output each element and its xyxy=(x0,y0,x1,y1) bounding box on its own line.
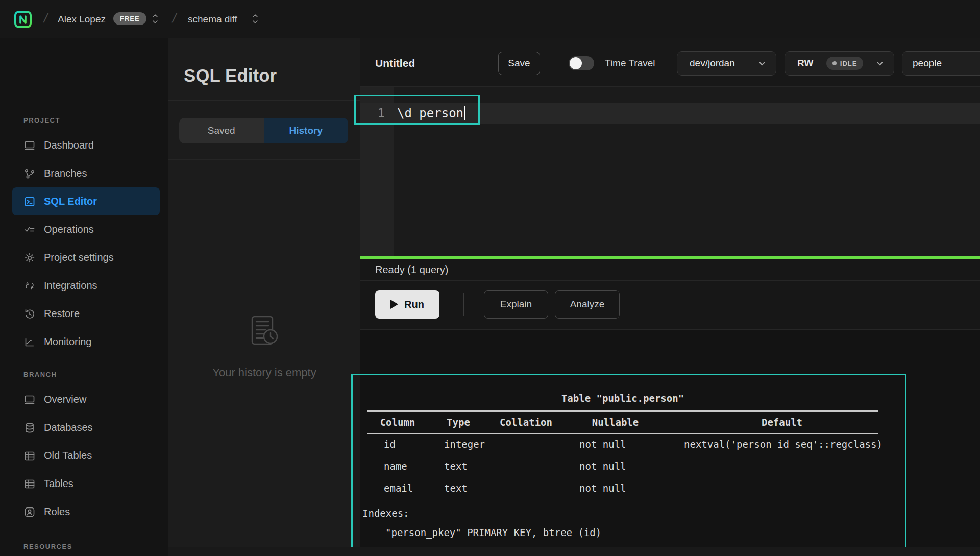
sidebar-item-project-settings[interactable]: Project settings xyxy=(0,244,168,272)
results-panel: Table "public.person" Column Type Collat… xyxy=(360,330,980,547)
cell: id xyxy=(368,433,428,455)
sidebar-item-overview[interactable]: Overview xyxy=(0,385,168,414)
breadcrumb-separator: / xyxy=(171,10,178,26)
sidebar-item-label: Databases xyxy=(44,422,93,433)
indexes-label: Indexes: xyxy=(362,507,409,519)
save-button[interactable]: Save xyxy=(498,52,540,75)
operations-icon xyxy=(23,224,36,236)
integrations-icon xyxy=(23,280,36,292)
code-editor-line[interactable]: 1 \d person xyxy=(360,103,980,124)
col-header: Collation xyxy=(489,412,563,433)
sidebar-item-operations[interactable]: Operations xyxy=(0,215,168,244)
results-table-title: Table "public.person" xyxy=(368,393,878,404)
database-select[interactable]: people xyxy=(902,51,980,76)
top-bar: / Alex Lopez FREE / schema diff xyxy=(0,0,980,38)
table-row: id integer not null nextval('person_id_s… xyxy=(368,433,896,455)
col-header: Nullable xyxy=(563,412,668,433)
sidebar-item-label: SQL Editor xyxy=(44,196,97,207)
gear-icon xyxy=(23,252,36,264)
time-travel-label: Time Travel xyxy=(605,58,655,69)
plan-badge: FREE xyxy=(113,12,146,25)
sql-editor-icon xyxy=(23,196,36,208)
sidebar: PROJECT Dashboard Branches SQL Editor Op… xyxy=(0,38,168,556)
history-empty-text: Your history is empty xyxy=(212,366,316,379)
bottom-strip xyxy=(168,547,980,556)
neon-logo-icon[interactable] xyxy=(14,10,32,31)
results-header-row: Column Type Collation Nullable Default xyxy=(368,412,896,433)
project-switcher-icon[interactable] xyxy=(251,12,259,28)
query-status-text: Ready (1 query) xyxy=(375,264,448,276)
sidebar-item-sql-editor[interactable]: SQL Editor xyxy=(12,187,160,215)
cell: not null xyxy=(563,433,668,455)
toggle-knob xyxy=(570,57,582,69)
branches-icon xyxy=(23,167,36,180)
sidebar-section-project: PROJECT xyxy=(0,114,168,126)
analyze-button[interactable]: Analyze xyxy=(555,290,620,319)
sidebar-item-label: Integrations xyxy=(44,280,97,292)
sidebar-item-label: Roles xyxy=(44,506,70,518)
org-switcher-icon[interactable] xyxy=(151,12,159,28)
table-row: email text not null xyxy=(368,477,896,499)
sidebar-item-label: Monitoring xyxy=(44,336,91,348)
neon-console: / Alex Lopez FREE / schema diff PROJECT … xyxy=(0,0,980,556)
time-travel-toggle[interactable] xyxy=(569,56,594,70)
query-status-row: Ready (1 query) xyxy=(360,259,980,281)
panel-title: SQL Editor xyxy=(184,65,277,86)
sidebar-item-restore[interactable]: Restore xyxy=(0,300,168,328)
dashboard-icon xyxy=(23,139,36,152)
cell xyxy=(668,477,896,499)
cell xyxy=(489,455,563,477)
col-header: Column xyxy=(368,412,428,433)
divider xyxy=(168,100,360,101)
cell xyxy=(489,477,563,499)
saved-history-tabs: Saved History xyxy=(179,118,348,143)
sidebar-item-dashboard[interactable]: Dashboard xyxy=(0,131,168,159)
divider xyxy=(463,293,464,316)
cell: email xyxy=(368,477,428,499)
explain-button[interactable]: Explain xyxy=(484,290,548,319)
cell xyxy=(668,455,896,477)
roles-user-icon xyxy=(23,506,36,518)
history-empty-state: Your history is empty xyxy=(168,314,360,379)
breadcrumb-project[interactable]: schema diff xyxy=(188,14,237,25)
cell: text xyxy=(428,477,489,499)
chevron-down-icon xyxy=(876,61,884,66)
branch-select[interactable]: dev/jordan xyxy=(677,51,776,76)
sidebar-item-integrations[interactable]: Integrations xyxy=(0,272,168,300)
sidebar-item-label: Overview xyxy=(44,394,86,405)
breadcrumb-org[interactable]: Alex Lopez xyxy=(58,14,106,25)
monitoring-chart-icon xyxy=(23,336,36,348)
table-row: name text not null xyxy=(368,455,896,477)
tab-history[interactable]: History xyxy=(264,118,349,143)
sidebar-item-monitoring[interactable]: Monitoring xyxy=(0,328,168,356)
line-number: 1 xyxy=(360,106,394,120)
breadcrumb-separator: / xyxy=(42,10,50,26)
cell: name xyxy=(368,455,428,477)
play-icon xyxy=(390,300,398,309)
chevron-down-icon xyxy=(758,61,766,66)
tab-saved[interactable]: Saved xyxy=(179,118,264,143)
sidebar-item-databases[interactable]: Databases xyxy=(0,414,168,442)
sidebar-item-tables[interactable]: Tables xyxy=(0,470,168,498)
cell: text xyxy=(428,455,489,477)
database-icon xyxy=(23,422,36,434)
overview-icon xyxy=(23,394,36,406)
endpoint-select[interactable]: RW IDLE xyxy=(785,51,894,76)
endpoint-name: RW xyxy=(797,58,813,69)
query-editor-panel: Untitled Save Time Travel dev/jordan RW … xyxy=(360,38,980,547)
sql-editor-panel: SQL Editor Saved History Your history is… xyxy=(168,38,360,547)
cell: not null xyxy=(563,477,668,499)
cell: not null xyxy=(563,455,668,477)
query-title[interactable]: Untitled xyxy=(375,57,415,69)
run-label: Run xyxy=(404,299,424,310)
branch-select-value: dev/jordan xyxy=(690,58,735,69)
sidebar-item-label: Branches xyxy=(44,167,87,179)
run-button[interactable]: Run xyxy=(375,290,439,319)
endpoint-status-text: IDLE xyxy=(840,60,857,67)
cell xyxy=(489,433,563,455)
endpoint-status-badge: IDLE xyxy=(826,57,864,70)
sidebar-item-label: Old Tables xyxy=(44,450,92,462)
sidebar-item-branches[interactable]: Branches xyxy=(0,159,168,187)
sidebar-item-roles[interactable]: Roles xyxy=(0,498,168,526)
sidebar-item-old-tables[interactable]: Old Tables xyxy=(0,442,168,470)
